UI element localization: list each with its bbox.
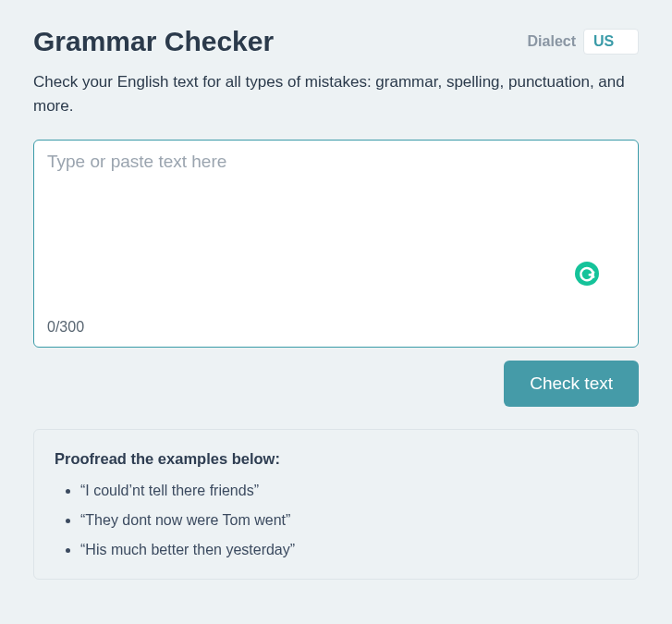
text-input[interactable]	[47, 152, 625, 313]
example-item[interactable]: “They dont now were Tom went”	[80, 512, 617, 529]
examples-heading: Proofread the examples below:	[55, 450, 617, 468]
check-text-button[interactable]: Check text	[504, 361, 639, 407]
dialect-select[interactable]: US	[583, 29, 639, 55]
page-subtitle: Check your English text for all types of…	[33, 70, 639, 117]
editor-container: 0/300	[33, 140, 639, 348]
dialect-selector-group: Dialect US	[528, 29, 639, 55]
example-item[interactable]: “His much better then yesterday”	[80, 542, 617, 558]
examples-card: Proofread the examples below: “I could’n…	[33, 429, 639, 580]
dialect-label: Dialect	[528, 33, 576, 50]
grammarly-icon[interactable]	[575, 262, 599, 286]
page-title: Grammar Checker	[33, 26, 274, 57]
example-item[interactable]: “I could’nt tell there friends”	[80, 483, 617, 499]
examples-list: “I could’nt tell there friends” “They do…	[55, 483, 617, 558]
svg-point-0	[575, 262, 599, 286]
char-counter: 0/300	[47, 319, 625, 336]
